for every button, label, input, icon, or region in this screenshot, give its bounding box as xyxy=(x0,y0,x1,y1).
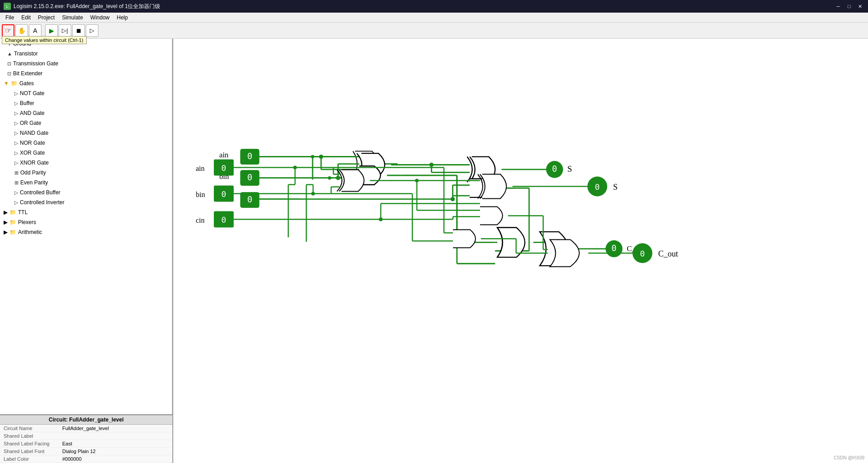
tree-group-gates[interactable]: ▼ 📁 Gates xyxy=(0,78,172,88)
xnor-gate-label: XNOR Gate xyxy=(20,159,49,167)
nor-gate-label: NOR Gate xyxy=(20,139,45,147)
menu-edit[interactable]: Edit xyxy=(18,14,34,22)
xor-gate-label: XOR Gate xyxy=(20,149,45,157)
svg-point-109 xyxy=(379,218,383,221)
svg-text:0: 0 xyxy=(222,189,226,199)
menu-simulate[interactable]: Simulate xyxy=(58,14,87,22)
not-gate-label: NOT Gate xyxy=(20,89,44,97)
prop-shared-label: Shared Label xyxy=(0,432,172,440)
arithmetic-folder-icon: 📁 xyxy=(9,228,16,236)
main-layout: ✛ Ground ▲ Transistor ⊡ Transmission Gat… xyxy=(0,39,868,463)
ttl-expand-icon: ▶ xyxy=(4,208,8,216)
prop-value-circuit-name: FullAdder_gate_level xyxy=(62,426,109,431)
or-gate-label: OR Gate xyxy=(20,119,41,127)
prop-label-shared-label-facing: Shared Label Facing xyxy=(4,441,62,446)
poke-tool-button[interactable]: ☞ xyxy=(2,24,14,37)
arithmetic-group-label: Arithmetic xyxy=(18,228,42,236)
text-tool-button[interactable]: A xyxy=(29,24,42,37)
odd-parity-label: Odd Parity xyxy=(20,169,46,177)
title-bar: L Logisim 2.15.0.2.exe: FullAdder_gate_l… xyxy=(0,0,868,13)
tree-group-plexers[interactable]: ▶ 📁 Plexers xyxy=(0,217,172,227)
svg-text:S: S xyxy=(613,183,618,192)
run-button[interactable]: ▶ xyxy=(45,24,58,37)
tree-item-and-gate[interactable]: ▷ AND Gate xyxy=(7,108,172,118)
transmission-gate-label: Transmission Gate xyxy=(13,60,58,68)
stop-button[interactable]: ◼ xyxy=(72,24,85,37)
step-button[interactable]: ▷| xyxy=(59,24,71,37)
controlled-inverter-icon: ▷ xyxy=(14,198,18,206)
canvas-area[interactable]: ain 0 bin 0 cin 0 xyxy=(173,39,868,463)
even-parity-label: Even Parity xyxy=(20,179,48,187)
tree-item-xnor-gate[interactable]: ▷ XNOR Gate xyxy=(7,158,172,168)
svg-text:0: 0 xyxy=(595,182,600,192)
ttl-folder-icon: 📁 xyxy=(9,208,16,216)
component-tree[interactable]: ✛ Ground ▲ Transistor ⊡ Transmission Gat… xyxy=(0,39,172,414)
tree-item-nand-gate[interactable]: ▷ NAND Gate xyxy=(7,128,172,138)
bit-extender-label: Bit Extender xyxy=(13,69,42,78)
tree-group-ttl[interactable]: ▶ 📁 TTL xyxy=(0,207,172,217)
transistor-icon: ▲ xyxy=(7,50,12,58)
svg-text:0: 0 xyxy=(640,249,645,258)
tree-item-or-gate[interactable]: ▷ OR Gate xyxy=(7,118,172,128)
close-button[interactable]: ✕ xyxy=(855,2,864,11)
menu-window[interactable]: Window xyxy=(87,14,113,22)
svg-text:ain: ain xyxy=(196,165,205,172)
ttl-group-label: TTL xyxy=(18,208,28,216)
toolbar: ☞ ✋ A ▶ ▷| ◼ ▷ Change values within circ… xyxy=(0,23,868,39)
prop-shared-label-font: Shared Label Font Dialog Plain 12 xyxy=(0,448,172,455)
tree-item-controlled-buffer[interactable]: ▷ Controlled Buffer xyxy=(7,188,172,197)
and-gate-label: AND Gate xyxy=(20,109,45,117)
svg-text:bin: bin xyxy=(196,191,205,198)
gates-folder-icon: 📁 xyxy=(11,79,18,87)
plexers-folder-icon: 📁 xyxy=(9,218,16,226)
minimize-button[interactable]: ─ xyxy=(834,2,843,11)
nand-gate-icon: ▷ xyxy=(14,129,18,137)
arithmetic-expand-icon: ▶ xyxy=(4,228,8,236)
not-gate-icon: ▷ xyxy=(14,89,18,97)
menu-project[interactable]: Project xyxy=(34,14,58,22)
even-parity-icon: ⊞ xyxy=(14,179,18,187)
tree-item-odd-parity[interactable]: ⊞ Odd Parity xyxy=(7,168,172,178)
tree-item-controlled-inverter[interactable]: ▷ Controlled Inverter xyxy=(7,197,172,207)
tree-item-transistor[interactable]: ▲ Transistor xyxy=(0,49,172,59)
tree-item-transmission-gate[interactable]: ⊡ Transmission Gate xyxy=(0,59,172,69)
plexers-group-label: Plexers xyxy=(18,218,36,226)
gates-group-label: Gates xyxy=(19,79,34,87)
properties-panel: Circuit: FullAdder_gate_level Circuit Na… xyxy=(0,414,172,463)
svg-text:0: 0 xyxy=(222,163,226,173)
xnor-gate-icon: ▷ xyxy=(14,159,18,167)
svg-text:0: 0 xyxy=(222,215,226,225)
prop-value-shared-label-facing: East xyxy=(62,441,72,446)
prop-value-shared-label-font: Dialog Plain 12 xyxy=(62,449,96,454)
menu-bar: File Edit Project Simulate Window Help xyxy=(0,13,868,23)
nor-gate-icon: ▷ xyxy=(14,139,18,147)
prop-circuit-name: Circuit Name FullAdder_gate_level xyxy=(0,425,172,432)
app-icon: L xyxy=(4,3,11,10)
tree-item-nor-gate[interactable]: ▷ NOR Gate xyxy=(7,138,172,148)
main-circuit: 0 ain 0 bin 0 cin xyxy=(173,39,868,463)
xor-gate-icon: ▷ xyxy=(14,149,18,157)
bit-extender-icon: ⊡ xyxy=(7,69,11,78)
tick-button[interactable]: ▷ xyxy=(86,24,98,37)
properties-title: Circuit: FullAdder_gate_level xyxy=(0,415,172,425)
nand-gate-label: NAND Gate xyxy=(20,129,48,137)
menu-file[interactable]: File xyxy=(2,14,18,22)
prop-value-label-color: #000000 xyxy=(62,456,82,462)
prop-label-shared-label: Shared Label xyxy=(4,433,62,439)
transmission-gate-icon: ⊡ xyxy=(7,60,11,68)
or-gate-icon: ▷ xyxy=(14,119,18,127)
tree-item-bit-extender[interactable]: ⊡ Bit Extender xyxy=(0,69,172,78)
prop-label-color: Label Color #000000 xyxy=(0,455,172,463)
window-controls: ─ □ ✕ xyxy=(834,2,864,11)
tree-item-even-parity[interactable]: ⊞ Even Parity xyxy=(7,178,172,188)
tree-item-xor-gate[interactable]: ▷ XOR Gate xyxy=(7,148,172,158)
tree-item-not-gate[interactable]: ▷ NOT Gate xyxy=(7,88,172,98)
tree-group-arithmetic[interactable]: ▶ 📁 Arithmetic xyxy=(0,227,172,237)
prop-label-shared-label-font: Shared Label Font xyxy=(4,449,62,454)
tree-item-buffer[interactable]: ▷ Buffer xyxy=(7,98,172,108)
maximize-button[interactable]: □ xyxy=(845,2,854,11)
buffer-icon: ▷ xyxy=(14,99,18,107)
edit-tool-button[interactable]: ✋ xyxy=(15,24,28,37)
menu-help[interactable]: Help xyxy=(113,14,132,22)
prop-shared-label-facing: Shared Label Facing East xyxy=(0,440,172,448)
